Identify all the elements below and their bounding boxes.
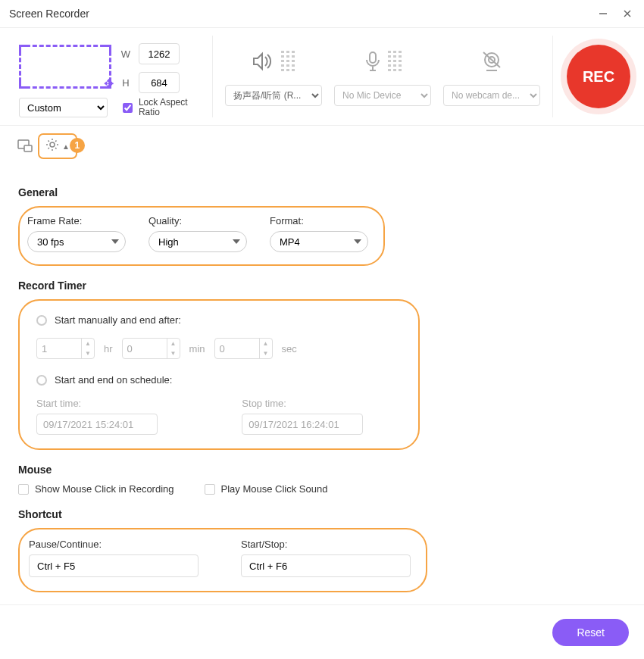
stop-time-input[interactable] (242, 414, 363, 435)
lock-aspect-checkbox[interactable] (123, 102, 133, 114)
webcam-off-icon (480, 51, 503, 74)
start-time-input[interactable] (36, 414, 158, 435)
seconds-input[interactable] (215, 343, 259, 354)
pause-shortcut-input[interactable] (29, 554, 199, 577)
show-click-checkbox[interactable] (18, 484, 29, 495)
quality-label: Quality: (148, 215, 247, 226)
sources-panel: 扬声器/听筒 (R... No Mic Device No webcam de.… (212, 36, 553, 117)
hours-stepper[interactable]: ▲▼ (36, 338, 95, 359)
pause-shortcut-label: Pause/Continue: (29, 539, 199, 550)
region-block: ✥ W H Custom Lock Aspect Ratio (0, 36, 212, 117)
webcam-source: No webcam de... (442, 47, 541, 106)
lock-aspect-label: Lock Aspect Ratio (139, 98, 197, 117)
mic-select[interactable]: No Mic Device (334, 85, 431, 106)
webcam-select[interactable]: No webcam de... (443, 85, 540, 106)
show-click-label: Show Mouse Click in Recording (35, 483, 174, 495)
sec-down-icon[interactable]: ▼ (260, 348, 272, 358)
record-button[interactable]: REC (567, 45, 630, 108)
move-icon: ✥ (104, 77, 114, 91)
svg-line-6 (483, 52, 500, 67)
min-down-icon[interactable]: ▼ (167, 348, 180, 358)
speaker-source: 扬声器/听筒 (R... (224, 47, 323, 106)
speaker-level-icon (281, 51, 295, 73)
reset-button[interactable]: Reset (552, 619, 629, 646)
sec-unit: sec (282, 343, 297, 354)
frame-rate-select[interactable]: 30 fps (27, 231, 126, 252)
pip-icon[interactable] (17, 138, 33, 155)
start-schedule-label: Start and end on schedule: (55, 374, 172, 386)
width-input[interactable] (139, 43, 180, 64)
radio-start-schedule[interactable] (36, 375, 47, 386)
format-select[interactable]: MP4 (270, 231, 368, 252)
quality-select[interactable]: High (148, 231, 247, 252)
mouse-options: Show Mouse Click in Recording Play Mouse… (18, 483, 626, 495)
sec-up-icon[interactable]: ▲ (260, 339, 272, 348)
speaker-select[interactable]: 扬声器/听筒 (R... (225, 85, 322, 106)
settings-panel: General Frame Rate: 30 fps Quality: High… (0, 167, 644, 604)
mic-level-icon (388, 51, 402, 73)
minimize-button[interactable] (596, 6, 611, 21)
section-record-timer-title: Record Timer (18, 280, 626, 292)
minutes-stepper[interactable]: ▲▼ (122, 338, 180, 359)
toolbar-row: ▲ 1 (0, 126, 644, 167)
hr-unit: hr (104, 343, 113, 354)
record-timer-callout: Start manually and end after: ▲▼ hr ▲▼ m… (18, 299, 420, 450)
hours-down-icon[interactable]: ▼ (82, 348, 94, 358)
mic-icon (364, 51, 382, 74)
stop-time-label: Stop time: (242, 398, 286, 409)
min-up-icon[interactable]: ▲ (167, 339, 180, 348)
startstop-shortcut-label: Start/Stop: (241, 539, 411, 550)
chevron-up-icon: ▲ (62, 142, 70, 151)
section-shortcut-title: Shortcut (18, 508, 626, 520)
top-panel: ✥ W H Custom Lock Aspect Ratio (0, 27, 644, 126)
callout-badge-1: 1 (70, 138, 85, 153)
startstop-shortcut-input[interactable] (241, 554, 411, 577)
svg-rect-3 (370, 52, 376, 63)
region-preview[interactable]: ✥ (19, 45, 111, 89)
region-preset-select[interactable]: Custom (19, 98, 108, 117)
close-button[interactable] (620, 6, 635, 21)
svg-rect-8 (24, 145, 32, 151)
section-mouse-title: Mouse (18, 464, 626, 476)
section-general-title: General (18, 186, 626, 198)
hours-up-icon[interactable]: ▲ (82, 339, 94, 348)
general-callout: Frame Rate: 30 fps Quality: High Format:… (18, 206, 385, 266)
radio-start-manual[interactable] (36, 315, 47, 326)
window-controls (596, 6, 635, 21)
speaker-icon (252, 52, 275, 73)
start-time-label: Start time: (36, 398, 81, 409)
height-input[interactable] (139, 72, 180, 93)
window-title: Screen Recorder (9, 8, 89, 20)
format-label: Format: (270, 215, 368, 226)
gear-icon (45, 138, 59, 155)
mic-source: No Mic Device (333, 47, 432, 106)
play-sound-checkbox[interactable] (205, 484, 215, 495)
width-label: W (120, 48, 131, 60)
footer: Reset (0, 604, 644, 646)
seconds-stepper[interactable]: ▲▼ (214, 338, 273, 359)
frame-rate-label: Frame Rate: (27, 215, 126, 226)
min-unit: min (189, 343, 205, 354)
start-manual-label: Start manually and end after: (55, 314, 181, 326)
minutes-input[interactable] (123, 343, 167, 354)
play-sound-label: Play Mouse Click Sound (221, 483, 328, 495)
hours-input[interactable] (37, 343, 81, 354)
shortcut-callout: Pause/Continue: Start/Stop: (18, 528, 427, 592)
height-label: H (120, 77, 131, 89)
titlebar: Screen Recorder (0, 0, 644, 27)
settings-toggle-button[interactable]: ▲ 1 (38, 133, 77, 159)
svg-point-9 (50, 142, 55, 147)
